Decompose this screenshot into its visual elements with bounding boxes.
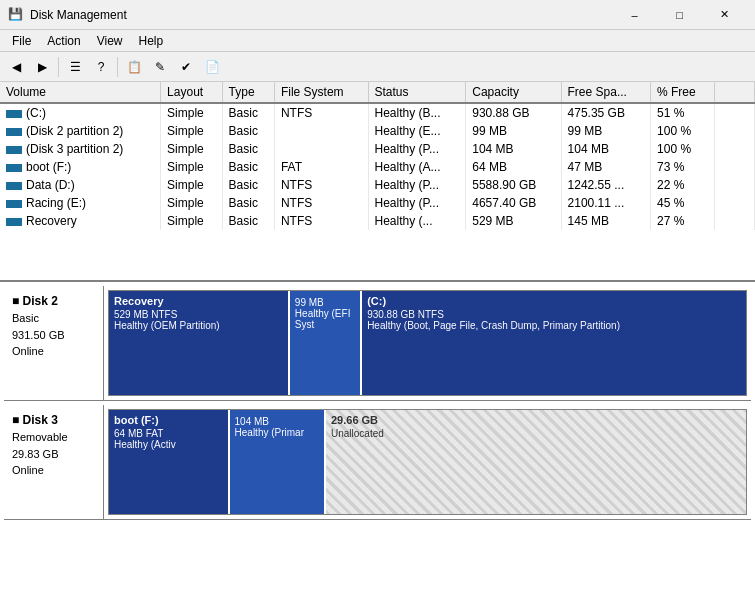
cell-status: Healthy (E...	[368, 122, 466, 140]
minimize-button[interactable]: –	[612, 0, 657, 30]
cell-status: Healthy (...	[368, 212, 466, 230]
cell-fs: FAT	[274, 158, 368, 176]
cell-empty	[715, 158, 755, 176]
col-freespace[interactable]: Free Spa...	[561, 82, 651, 103]
cell-free: 104 MB	[561, 140, 651, 158]
cell-layout: Simple	[161, 122, 222, 140]
menu-file[interactable]: File	[4, 32, 39, 50]
table-row[interactable]: boot (F:) Simple Basic FAT Healthy (A...…	[0, 158, 755, 176]
cell-fs: NTFS	[274, 194, 368, 212]
toolbar: ◀ ▶ ☰ ? 📋 ✎ ✔ 📄	[0, 52, 755, 82]
volume-table-area[interactable]: Volume Layout Type File System Status Ca…	[0, 82, 755, 282]
disk-area[interactable]: ■ Disk 2 Basic 931.50 GB Online Recovery…	[0, 282, 755, 601]
table-row[interactable]: (C:) Simple Basic NTFS Healthy (B... 930…	[0, 103, 755, 122]
disk-label: ■ Disk 2 Basic 931.50 GB Online	[4, 286, 104, 400]
partition[interactable]: 99 MB Healthy (EFI Syst	[290, 291, 362, 395]
disk-status: Online	[12, 343, 95, 360]
cell-layout: Simple	[161, 158, 222, 176]
cell-pct: 100 %	[651, 140, 715, 158]
cell-layout: Simple	[161, 140, 222, 158]
cell-empty	[715, 212, 755, 230]
cell-fs: NTFS	[274, 103, 368, 122]
col-pctfree[interactable]: % Free	[651, 82, 715, 103]
cell-free: 2100.11 ...	[561, 194, 651, 212]
partition[interactable]: (C:) 930.88 GB NTFS Healthy (Boot, Page …	[362, 291, 746, 395]
maximize-button[interactable]: □	[657, 0, 702, 30]
toolbar-copy[interactable]: 📋	[122, 55, 146, 79]
toolbar-edit[interactable]: ✎	[148, 55, 172, 79]
cell-fs	[274, 140, 368, 158]
partition-info: Healthy (Activ	[114, 439, 223, 450]
partition-size: 529 MB NTFS	[114, 309, 283, 320]
close-button[interactable]: ✕	[702, 0, 747, 30]
title-bar: 💾 Disk Management – □ ✕	[0, 0, 755, 30]
partition-name: 29.66 GB	[331, 414, 741, 426]
cell-empty	[715, 140, 755, 158]
cell-pct: 22 %	[651, 176, 715, 194]
main-content: Volume Layout Type File System Status Ca…	[0, 82, 755, 601]
toolbar-forward[interactable]: ▶	[30, 55, 54, 79]
table-row[interactable]: (Disk 3 partition 2) Simple Basic Health…	[0, 140, 755, 158]
cell-capacity: 5588.90 GB	[466, 176, 561, 194]
partition-size: 930.88 GB NTFS	[367, 309, 741, 320]
toolbar-sep-1	[58, 57, 59, 77]
cell-status: Healthy (A...	[368, 158, 466, 176]
menu-help[interactable]: Help	[131, 32, 172, 50]
cell-pct: 51 %	[651, 103, 715, 122]
partition[interactable]: boot (F:) 64 MB FAT Healthy (Activ	[109, 410, 230, 514]
cell-status: Healthy (P...	[368, 140, 466, 158]
col-status[interactable]: Status	[368, 82, 466, 103]
col-filesystem[interactable]: File System	[274, 82, 368, 103]
partition-info: Unallocated	[331, 428, 741, 439]
cell-free: 47 MB	[561, 158, 651, 176]
cell-fs: NTFS	[274, 212, 368, 230]
col-capacity[interactable]: Capacity	[466, 82, 561, 103]
disk-type: Removable	[12, 429, 95, 446]
toolbar-help[interactable]: ?	[89, 55, 113, 79]
cell-volume: Racing (E:)	[0, 194, 161, 212]
table-row[interactable]: (Disk 2 partition 2) Simple Basic Health…	[0, 122, 755, 140]
cell-capacity: 529 MB	[466, 212, 561, 230]
cell-empty	[715, 194, 755, 212]
cell-capacity: 104 MB	[466, 140, 561, 158]
partition-size: 104 MB	[235, 416, 319, 427]
menu-view[interactable]: View	[89, 32, 131, 50]
table-row[interactable]: Racing (E:) Simple Basic NTFS Healthy (P…	[0, 194, 755, 212]
table-row[interactable]: Recovery Simple Basic NTFS Healthy (... …	[0, 212, 755, 230]
partition[interactable]: 104 MB Healthy (Primar	[230, 410, 326, 514]
cell-layout: Simple	[161, 194, 222, 212]
cell-capacity: 4657.40 GB	[466, 194, 561, 212]
col-extra[interactable]	[715, 82, 755, 103]
col-type[interactable]: Type	[222, 82, 274, 103]
partition-info: Healthy (EFI Syst	[295, 308, 355, 330]
toolbar-new[interactable]: 📄	[200, 55, 224, 79]
table-header-row: Volume Layout Type File System Status Ca…	[0, 82, 755, 103]
menu-action[interactable]: Action	[39, 32, 88, 50]
partition[interactable]: Recovery 529 MB NTFS Healthy (OEM Partit…	[109, 291, 290, 395]
toolbar-check[interactable]: ✔	[174, 55, 198, 79]
cell-type: Basic	[222, 212, 274, 230]
partition[interactable]: 29.66 GB Unallocated	[326, 410, 746, 514]
cell-type: Basic	[222, 176, 274, 194]
cell-empty	[715, 122, 755, 140]
cell-pct: 73 %	[651, 158, 715, 176]
disk-row: ■ Disk 3 Removable 29.83 GB Online boot …	[4, 405, 751, 520]
col-volume[interactable]: Volume	[0, 82, 161, 103]
cell-pct: 100 %	[651, 122, 715, 140]
partition-info: Healthy (Primar	[235, 427, 319, 438]
cell-pct: 45 %	[651, 194, 715, 212]
disk-partitions: Recovery 529 MB NTFS Healthy (OEM Partit…	[108, 290, 747, 396]
disk-label: ■ Disk 3 Removable 29.83 GB Online	[4, 405, 104, 519]
volume-table: Volume Layout Type File System Status Ca…	[0, 82, 755, 230]
col-layout[interactable]: Layout	[161, 82, 222, 103]
cell-type: Basic	[222, 194, 274, 212]
menu-bar: File Action View Help	[0, 30, 755, 52]
toolbar-list[interactable]: ☰	[63, 55, 87, 79]
cell-free: 145 MB	[561, 212, 651, 230]
cell-fs: NTFS	[274, 176, 368, 194]
cell-type: Basic	[222, 158, 274, 176]
table-row[interactable]: Data (D:) Simple Basic NTFS Healthy (P..…	[0, 176, 755, 194]
toolbar-back[interactable]: ◀	[4, 55, 28, 79]
cell-empty	[715, 103, 755, 122]
cell-volume: Data (D:)	[0, 176, 161, 194]
